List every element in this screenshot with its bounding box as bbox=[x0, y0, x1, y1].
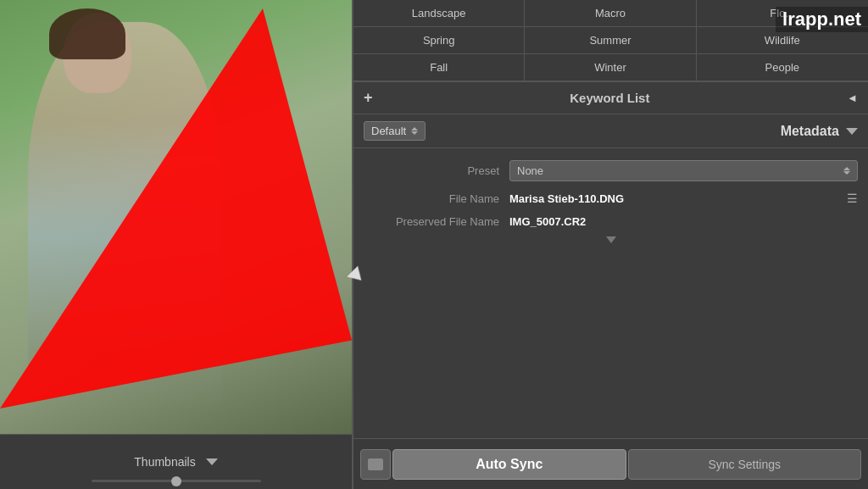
metadata-view-label: Default bbox=[371, 125, 406, 137]
filename-menu-icon[interactable]: ☰ bbox=[847, 192, 858, 205]
preset-arrow-down bbox=[843, 171, 850, 175]
metadata-view-arrows bbox=[411, 127, 418, 135]
filename-row: File Name Marisa Stieb-110.DNG ☰ bbox=[353, 186, 868, 210]
keyword-cell-winter[interactable]: Winter bbox=[525, 54, 696, 81]
thumbnails-label: Thumbnails bbox=[134, 455, 195, 469]
red-triangle-overlay bbox=[0, 0, 352, 434]
watermark: lrapp.net bbox=[776, 7, 868, 32]
metadata-title: Metadata bbox=[781, 124, 839, 139]
left-panel: Thumbnails bbox=[0, 0, 352, 489]
auto-sync-button[interactable]: Auto Sync bbox=[392, 449, 626, 480]
thumbnails-dropdown-arrow[interactable] bbox=[206, 458, 218, 465]
keyword-list-collapse-arrow[interactable]: ◄ bbox=[847, 92, 858, 104]
photo-area bbox=[0, 0, 352, 434]
sync-icon-button[interactable] bbox=[360, 449, 391, 480]
preset-arrows bbox=[843, 167, 850, 175]
bottom-bar: Thumbnails bbox=[0, 434, 352, 489]
zoom-slider-thumb[interactable] bbox=[171, 476, 181, 486]
preset-select-field[interactable]: None bbox=[509, 160, 858, 181]
keyword-cell-landscape[interactable]: Landscape bbox=[353, 0, 525, 27]
keyword-list-header: + Keyword List ◄ bbox=[353, 82, 868, 114]
arrow-down-icon bbox=[411, 131, 418, 135]
metadata-collapse-arrow[interactable] bbox=[846, 128, 858, 135]
keyword-cell-spring[interactable]: Spring bbox=[353, 27, 525, 54]
right-panel: Landscape Macro Flo... Spring Summer Wil… bbox=[352, 0, 868, 489]
preset-arrow-up bbox=[843, 167, 850, 170]
action-bar: Auto Sync Sync Settings bbox=[353, 438, 868, 489]
filename-value: Marisa Stieb-110.DNG bbox=[509, 192, 842, 205]
keyword-cell-macro[interactable]: Macro bbox=[525, 0, 696, 27]
sync-settings-button[interactable]: Sync Settings bbox=[628, 449, 862, 480]
metadata-title-area: Metadata bbox=[781, 124, 858, 139]
svg-marker-0 bbox=[0, 8, 352, 408]
scroll-indicator bbox=[353, 233, 868, 247]
preserved-filename-label: Preserved File Name bbox=[364, 215, 499, 228]
filename-label: File Name bbox=[364, 192, 499, 205]
keyword-cell-fall[interactable]: Fall bbox=[353, 54, 525, 81]
keyword-list-title: Keyword List bbox=[570, 91, 649, 105]
scroll-down-icon bbox=[606, 236, 616, 243]
metadata-view-select[interactable]: Default bbox=[364, 121, 426, 141]
keyword-add-button[interactable]: + bbox=[364, 89, 373, 107]
zoom-slider-container bbox=[92, 480, 261, 482]
metadata-fields: Preset None File Name Marisa Stieb-110.D… bbox=[353, 148, 868, 438]
preserved-filename-value: IMG_5007.CR2 bbox=[509, 215, 858, 228]
preset-value: None bbox=[517, 164, 543, 177]
preserved-filename-row: Preserved File Name IMG_5007.CR2 bbox=[353, 210, 868, 233]
metadata-header: Default Metadata bbox=[353, 114, 868, 148]
arrow-up-icon bbox=[411, 127, 418, 131]
sync-icon bbox=[368, 458, 383, 470]
preset-label: Preset bbox=[364, 164, 499, 177]
keyword-cell-summer[interactable]: Summer bbox=[525, 27, 696, 54]
zoom-slider-track[interactable] bbox=[92, 480, 261, 482]
keyword-cell-people[interactable]: People bbox=[697, 54, 868, 81]
preset-row: Preset None bbox=[353, 155, 868, 186]
